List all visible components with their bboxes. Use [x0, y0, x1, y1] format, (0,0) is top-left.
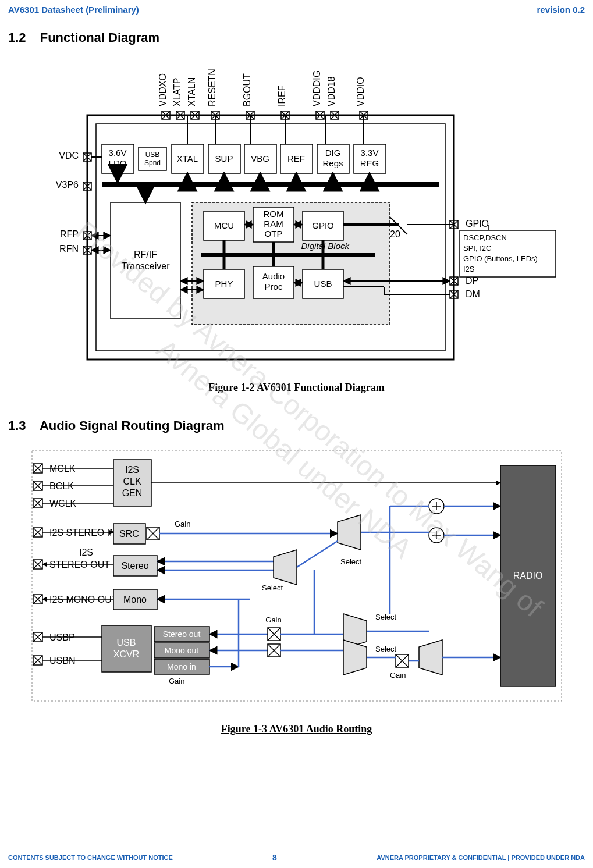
svg-text:I2S: I2S — [463, 265, 475, 273]
top-pins: VDDXO XLATP XTALN RESETN BGOUT IREF VDDD… — [158, 69, 368, 119]
svg-text:Digital Block: Digital Block — [301, 241, 350, 251]
svg-text:Mono out: Mono out — [164, 646, 198, 655]
block-ref: REF — [280, 115, 313, 182]
svg-text:XCVR: XCVR — [113, 649, 139, 659]
svg-text:Select: Select — [340, 557, 362, 566]
svg-text:CLK: CLK — [123, 476, 141, 486]
svg-rect-76 — [201, 253, 375, 257]
svg-text:RFP: RFP — [60, 229, 79, 239]
svg-text:PHY: PHY — [215, 279, 233, 289]
svg-text:DIG: DIG — [325, 148, 340, 158]
svg-text:GPIO: GPIO — [466, 219, 489, 229]
section-1-2-title: Functional Diagram — [40, 30, 159, 45]
svg-text:Select: Select — [262, 584, 283, 592]
block-sup: SUP — [208, 115, 240, 182]
svg-text:VDC: VDC — [59, 151, 79, 161]
svg-text:Mono in: Mono in — [167, 662, 196, 671]
block-vbg: VBG — [244, 115, 276, 182]
svg-text:GEN: GEN — [122, 488, 142, 498]
svg-text:V3P6: V3P6 — [55, 180, 78, 190]
header-left: AV6301 Datasheet (Preliminary) — [8, 5, 139, 15]
svg-text:GPIO: GPIO — [312, 220, 334, 230]
svg-text:Regs: Regs — [322, 158, 343, 168]
svg-text:SUP: SUP — [215, 154, 233, 163]
svg-text:VDD18: VDD18 — [326, 76, 336, 106]
figure-1-2-caption: Figure 1-2 AV6301 Functional Diagram — [0, 382, 593, 394]
svg-text:USB: USB — [116, 638, 136, 648]
svg-text:RADIO: RADIO — [513, 571, 542, 581]
block-dig-regs: DIG Regs — [317, 115, 349, 182]
svg-text:Transceiver: Transceiver — [121, 261, 170, 271]
audio-routing-diagram: MCLK BCLK WCLK I2S STEREO IN I2S STEREO … — [0, 439, 593, 718]
svg-text:3.3V: 3.3V — [360, 148, 378, 158]
svg-text:Gain: Gain — [169, 677, 184, 685]
svg-text:Select: Select — [375, 645, 397, 653]
block-rf-if: RF/IF Transceiver — [111, 187, 180, 319]
svg-text:3.6V: 3.6V — [108, 148, 126, 158]
svg-text:REG: REG — [360, 158, 379, 168]
svg-text:OTP: OTP — [264, 229, 282, 239]
section-1-3-title: Audio Signal Routing Diagram — [40, 418, 225, 433]
block-3p3v-reg: 3.3V REG — [354, 115, 386, 182]
section-1-3-num: 1.3 — [8, 418, 26, 433]
footer-page: 8 — [272, 853, 277, 862]
svg-text:RAM: RAM — [264, 219, 283, 229]
svg-text:XTALN: XTALN — [187, 77, 197, 106]
svg-text:Select: Select — [375, 613, 397, 621]
svg-text:RF/IF: RF/IF — [134, 250, 157, 259]
svg-text:20: 20 — [390, 229, 400, 239]
svg-rect-14 — [102, 182, 439, 187]
svg-text:DSCP,DSCN: DSCP,DSCN — [463, 233, 507, 242]
svg-text:VDDDIG: VDDDIG — [312, 70, 322, 106]
svg-text:Gain: Gain — [175, 520, 190, 528]
header-right: revision 0.2 — [537, 5, 585, 15]
svg-text:REF: REF — [287, 154, 305, 163]
svg-text:Gain: Gain — [265, 616, 281, 624]
svg-text:ROM: ROM — [263, 209, 283, 219]
svg-text:RESETN: RESETN — [207, 69, 217, 106]
figure-1-3-caption: Figure 1-3 AV6301 Audio Routing — [0, 723, 593, 735]
svg-text:DM: DM — [466, 289, 480, 299]
svg-text:Gain: Gain — [390, 671, 406, 680]
svg-text:RFN: RFN — [59, 244, 79, 254]
svg-text:BGOUT: BGOUT — [242, 73, 252, 106]
svg-text:DP: DP — [466, 276, 478, 286]
svg-rect-145 — [102, 625, 151, 672]
svg-rect-55 — [111, 202, 180, 319]
section-1-2-num: 1.2 — [8, 30, 26, 45]
svg-text:VBG: VBG — [251, 154, 269, 163]
block-3p6v-ldo: 3.6V LDO — [102, 144, 134, 182]
section-1-3-heading: 1.3 Audio Signal Routing Diagram — [0, 405, 593, 439]
svg-text:GPIO (Buttons, LEDs): GPIO (Buttons, LEDs) — [463, 254, 538, 263]
svg-text:MCU: MCU — [214, 220, 233, 230]
svg-text:LDO: LDO — [108, 158, 126, 168]
svg-text:I2S: I2S — [79, 547, 93, 557]
functional-diagram: VDDXO XLATP XTALN RESETN BGOUT IREF VDDD… — [0, 51, 593, 377]
svg-text:USB: USB — [145, 151, 159, 159]
page-header: AV6301 Datasheet (Preliminary) revision … — [0, 0, 593, 17]
svg-text:Stereo: Stereo — [121, 561, 148, 571]
block-usb-spnd: USB Spnd — [139, 147, 166, 170]
svg-text:IREF: IREF — [277, 85, 287, 106]
block-xtal: XTAL — [172, 115, 204, 182]
svg-text:Spnd: Spnd — [144, 159, 160, 167]
svg-text:SPI, I2C: SPI, I2C — [463, 244, 491, 252]
svg-text:VDDIO: VDDIO — [356, 77, 365, 106]
svg-text:Mono: Mono — [123, 595, 146, 604]
svg-text:VDDXO: VDDXO — [158, 73, 168, 106]
digital-block: Digital Block MCU ROM RAM OTP GPIO PHY A… — [180, 202, 390, 325]
section-1-2-heading: 1.2 Functional Diagram — [0, 17, 593, 51]
svg-text:Proc: Proc — [264, 282, 282, 291]
svg-text:Audio: Audio — [262, 271, 284, 281]
svg-text:Stereo out: Stereo out — [162, 629, 200, 639]
svg-text:SRC: SRC — [119, 529, 139, 539]
page-footer: CONTENTS SUBJECT TO CHANGE WITHOUT NOTIC… — [0, 849, 593, 868]
svg-text:XTAL: XTAL — [176, 154, 197, 163]
svg-text:I2S: I2S — [125, 465, 139, 475]
footer-left: CONTENTS SUBJECT TO CHANGE WITHOUT NOTIC… — [8, 854, 173, 861]
svg-line-175 — [297, 541, 338, 567]
footer-right: AVNERA PROPRIETARY & CONFIDENTIAL | PROV… — [377, 854, 585, 861]
svg-text:XLATP: XLATP — [172, 78, 182, 107]
svg-text:USB: USB — [314, 279, 332, 289]
